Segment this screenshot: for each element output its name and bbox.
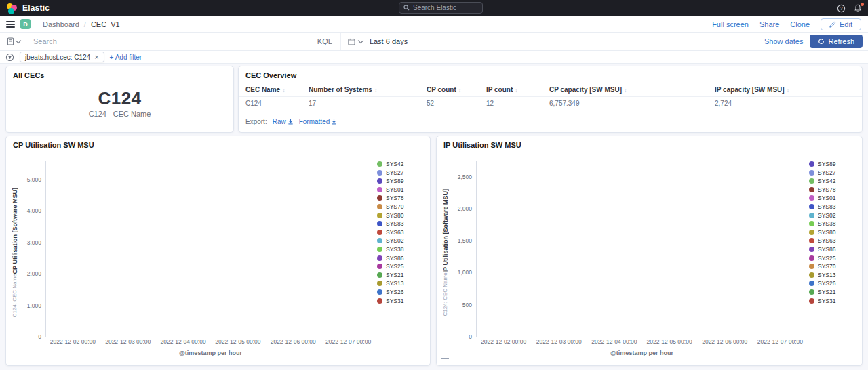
legend-dot <box>377 255 382 261</box>
legend-label: SYS80 <box>818 229 835 236</box>
saved-query-menu-button[interactable] <box>0 33 26 50</box>
legend-item-sys27[interactable]: SYS27 <box>377 169 426 176</box>
legend-item-sys31[interactable]: SYS31 <box>809 297 858 304</box>
legend-item-sys80[interactable]: SYS80 <box>809 229 858 236</box>
close-icon[interactable]: × <box>94 53 98 61</box>
plot-area[interactable] <box>476 161 526 337</box>
legend-item-sys01[interactable]: SYS01 <box>809 194 858 201</box>
legend-label: SYS78 <box>818 186 835 193</box>
legend-item-sys70[interactable]: SYS70 <box>377 203 426 210</box>
y-tick-label: 2,000 <box>458 205 472 212</box>
column-header-cp-count[interactable]: CP count↕ <box>427 83 486 97</box>
y-tick-label: 4,000 <box>27 207 41 214</box>
refresh-icon <box>818 38 825 45</box>
legend-item-sys38[interactable]: SYS38 <box>377 246 426 253</box>
legend-dot <box>377 213 382 218</box>
time-range-value[interactable]: Last 6 days <box>370 37 489 45</box>
cec-value[interactable]: C124 <box>6 88 233 109</box>
column-header-number-of-systems[interactable]: Number of Systems↕ <box>309 83 427 97</box>
legend-item-sys13[interactable]: SYS13 <box>377 280 426 287</box>
legend-item-sys02[interactable]: SYS02 <box>809 212 858 219</box>
legend-dot <box>377 238 382 243</box>
legend-item-sys80[interactable]: SYS80 <box>377 212 426 219</box>
legend-label: SYS42 <box>386 161 403 167</box>
alert-badge-dot <box>861 3 864 6</box>
legend-item-sys63[interactable]: SYS63 <box>377 229 426 236</box>
legend-item-sys42[interactable]: SYS42 <box>377 161 426 167</box>
search-input[interactable]: Search <box>26 37 309 45</box>
legend-dot <box>377 161 382 167</box>
legend-item-sys31[interactable]: SYS31 <box>377 297 426 304</box>
legend-item-sys86[interactable]: SYS86 <box>809 246 858 253</box>
export-formatted-link[interactable]: Formatted <box>299 118 338 125</box>
legend-dot <box>809 161 814 167</box>
legend-item-sys78[interactable]: SYS78 <box>809 186 858 193</box>
legend-item-sys26[interactable]: SYS26 <box>809 280 858 287</box>
dashboard-app-icon[interactable]: D <box>20 19 31 29</box>
legend-dot <box>377 264 382 269</box>
svg-text:?: ? <box>840 5 842 12</box>
global-search-input[interactable]: Search Elastic <box>399 2 483 14</box>
edit-button[interactable]: Edit <box>821 18 861 30</box>
x-tick-label: 2022-12-06 00:00 <box>271 338 316 345</box>
column-header-ip-capacity-sw-msu[interactable]: IP capacity [SW MSU]↕ <box>715 83 862 97</box>
sort-icon: ↕ <box>374 87 378 94</box>
legend-item-sys78[interactable]: SYS78 <box>377 194 426 201</box>
legend-item-sys83[interactable]: SYS83 <box>377 220 426 227</box>
sort-icon: ↕ <box>282 87 285 94</box>
legend-item-sys89[interactable]: SYS89 <box>377 178 426 184</box>
y-tick-label: 1,500 <box>458 237 472 244</box>
y-axis-title: CP Utilisation [Software MSU] <box>12 188 18 274</box>
legend-label: SYS89 <box>386 178 403 184</box>
alerts-bell-icon[interactable] <box>854 4 863 13</box>
breadcrumb-dashboard[interactable]: Dashboard <box>43 20 79 28</box>
y-axis-subtitle: C124: CEC Name <box>442 273 449 316</box>
export-raw-link[interactable]: Raw <box>273 118 294 125</box>
refresh-button[interactable]: Refresh <box>810 35 863 48</box>
legend-label: SYS02 <box>386 237 403 244</box>
table-cell: 17 <box>309 97 427 110</box>
legend-item-sys21[interactable]: SYS21 <box>809 289 858 295</box>
legend-item-sys42[interactable]: SYS42 <box>809 178 858 184</box>
legend-item-sys63[interactable]: SYS63 <box>809 237 858 244</box>
x-tick-label: 2022-12-05 00:00 <box>647 338 692 345</box>
legend-label: SYS27 <box>818 169 835 176</box>
legend-item-sys25[interactable]: SYS25 <box>377 263 426 270</box>
legend-item-sys13[interactable]: SYS13 <box>809 272 858 279</box>
legend-item-sys02[interactable]: SYS02 <box>377 237 426 244</box>
legend-label: SYS70 <box>818 263 835 270</box>
legend-item-sys70[interactable]: SYS70 <box>809 263 858 270</box>
legend-item-sys86[interactable]: SYS86 <box>377 255 426 262</box>
column-header-cec-name[interactable]: CEC Name↕ <box>239 83 309 97</box>
legend-item-sys26[interactable]: SYS26 <box>377 289 426 295</box>
date-picker-button[interactable] <box>340 33 370 50</box>
y-axis-title: IP Utilisation [Software MSU] <box>442 189 449 272</box>
legend-item-sys21[interactable]: SYS21 <box>377 272 426 279</box>
legend-item-sys83[interactable]: SYS83 <box>809 203 858 210</box>
table-cell: C124 <box>239 97 309 110</box>
filter-icon[interactable] <box>5 53 14 62</box>
legend-item-sys38[interactable]: SYS38 <box>809 220 858 227</box>
column-header-ip-count[interactable]: IP count↕ <box>486 83 549 97</box>
full-screen-button[interactable]: Full screen <box>712 20 749 28</box>
column-header-cp-capacity-sw-msu[interactable]: CP capacity [SW MSU]↕ <box>549 83 715 97</box>
x-tick-label: 2022-12-04 00:00 <box>161 338 206 345</box>
legend-item-sys25[interactable]: SYS25 <box>809 255 858 262</box>
add-filter-button[interactable]: + Add filter <box>110 54 142 61</box>
legend-item-sys01[interactable]: SYS01 <box>377 186 426 193</box>
clone-button[interactable]: Clone <box>790 20 810 28</box>
chart-title: CP Utilisation SW MSU <box>6 136 430 149</box>
legend-item-sys27[interactable]: SYS27 <box>809 169 858 176</box>
legend-toggle-icon[interactable] <box>441 354 449 363</box>
share-button[interactable]: Share <box>760 20 779 28</box>
kql-button[interactable]: KQL <box>309 33 340 50</box>
x-tick-label: 2022-12-03 00:00 <box>105 338 151 345</box>
plot-area[interactable] <box>45 161 95 337</box>
chart-title: IP Utilisation SW MSU <box>437 136 862 149</box>
legend-item-sys89[interactable]: SYS89 <box>809 161 858 167</box>
legend-dot <box>809 187 814 192</box>
menu-icon[interactable] <box>0 20 20 29</box>
show-dates-button[interactable]: Show dates <box>764 37 803 45</box>
filter-pill[interactable]: jbeats.host.cec: C124 × <box>20 52 104 62</box>
help-icon[interactable]: ? <box>837 4 846 13</box>
